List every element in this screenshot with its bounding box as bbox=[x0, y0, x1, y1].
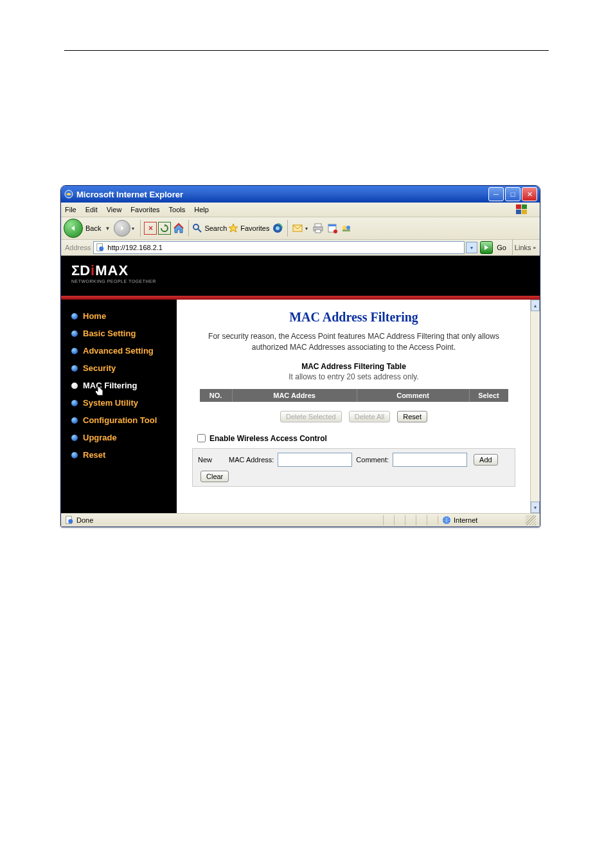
limit-note: It allows to entry 20 sets address only. bbox=[192, 372, 515, 381]
enable-label: Enable Wireless Access Control bbox=[209, 434, 327, 443]
forward-button[interactable] bbox=[114, 220, 130, 237]
address-dropdown[interactable]: ▾ bbox=[466, 242, 477, 253]
new-entry-row: New MAC Address: Comment: Add Clear bbox=[192, 448, 515, 487]
links-chevron-icon[interactable]: » bbox=[533, 245, 536, 251]
mac-address-input[interactable] bbox=[278, 453, 352, 467]
svg-rect-10 bbox=[315, 224, 321, 227]
delete-all-button[interactable]: Delete All bbox=[349, 411, 390, 422]
bullet-icon bbox=[71, 452, 78, 458]
statusbar: Done Internet bbox=[61, 513, 540, 527]
svg-point-20 bbox=[100, 246, 104, 251]
svg-rect-4 bbox=[522, 210, 527, 214]
sidebar-item-advanced-setting[interactable]: Advanced Setting bbox=[61, 342, 177, 359]
internet-zone-icon bbox=[442, 516, 451, 525]
bullet-icon bbox=[71, 313, 78, 320]
menu-favorites[interactable]: Favorites bbox=[130, 206, 159, 213]
sidebar-item-system-utility[interactable]: System Utility bbox=[61, 394, 177, 411]
print-button[interactable] bbox=[312, 222, 324, 235]
sidebar-item-security[interactable]: Security bbox=[61, 359, 177, 377]
page-description: For security reason, the Access Point fe… bbox=[192, 331, 515, 353]
table-buttons: Delete Selected Delete All Reset bbox=[192, 411, 515, 422]
go-button[interactable] bbox=[480, 241, 493, 254]
forward-dropdown[interactable]: ▾ bbox=[132, 226, 134, 231]
menu-help[interactable]: Help bbox=[194, 206, 209, 213]
browser-window: Microsoft Internet Explorer ─ □ ✕ File E… bbox=[60, 185, 540, 527]
main-pane: MAC Address Filtering For security reaso… bbox=[177, 300, 531, 513]
address-url: http://192.168.2.1 bbox=[107, 244, 462, 251]
svg-rect-18 bbox=[342, 230, 350, 231]
address-label: Address bbox=[65, 244, 91, 251]
back-button[interactable] bbox=[64, 219, 83, 238]
col-select: Select bbox=[470, 389, 508, 402]
titlebar: Microsoft Internet Explorer ─ □ ✕ bbox=[61, 186, 540, 203]
mail-button[interactable] bbox=[291, 222, 304, 235]
edit-button[interactable] bbox=[326, 222, 339, 235]
windows-flag-icon bbox=[515, 204, 528, 215]
clear-button[interactable]: Clear bbox=[200, 471, 229, 482]
done-icon bbox=[65, 516, 74, 525]
links-label[interactable]: Links bbox=[515, 244, 531, 251]
sidebar-item-mac-filtering[interactable]: MAC Filtering bbox=[61, 377, 177, 394]
new-label: New bbox=[198, 456, 212, 464]
mail-dropdown[interactable]: ▾ bbox=[305, 226, 308, 231]
delete-selected-button[interactable]: Delete Selected bbox=[280, 411, 342, 422]
comment-label: Comment: bbox=[356, 456, 389, 464]
page-icon bbox=[96, 243, 105, 252]
minimize-button[interactable]: ─ bbox=[488, 187, 504, 201]
svg-point-16 bbox=[342, 226, 346, 230]
table-title: MAC Address Filtering Table bbox=[192, 362, 515, 371]
comment-input[interactable] bbox=[393, 453, 467, 467]
col-mac-address: MAC Addres bbox=[233, 389, 357, 402]
menu-edit[interactable]: Edit bbox=[85, 206, 98, 213]
content-area: ΣDiMAX NETWORKING PEOPLE TOGETHER Home B… bbox=[61, 256, 540, 513]
maximize-button[interactable]: □ bbox=[505, 187, 520, 201]
svg-rect-12 bbox=[315, 230, 321, 233]
menu-view[interactable]: View bbox=[107, 206, 122, 213]
brand-logo: ΣDiMAX bbox=[61, 256, 540, 279]
media-button[interactable] bbox=[271, 222, 284, 235]
sidebar-item-reset[interactable]: Reset bbox=[61, 446, 177, 464]
sidebar-item-home[interactable]: Home bbox=[61, 307, 177, 325]
brand-bar: ΣDiMAX NETWORKING PEOPLE TOGETHER bbox=[61, 256, 540, 296]
status-zone: Internet bbox=[438, 516, 526, 525]
search-button[interactable]: Search bbox=[192, 223, 227, 233]
reset-button[interactable]: Reset bbox=[397, 411, 427, 422]
add-button[interactable]: Add bbox=[474, 454, 498, 466]
toolbar: Back ▼ ▾ × Search Favorites bbox=[61, 217, 540, 240]
sidebar-item-configuration-tool[interactable]: Configuration Tool bbox=[61, 411, 177, 429]
sidebar: Home Basic Setting Advanced Setting Secu… bbox=[61, 300, 177, 513]
mac-table: NO. MAC Addres Comment Select bbox=[200, 389, 508, 402]
svg-rect-2 bbox=[522, 204, 527, 209]
home-button[interactable] bbox=[172, 222, 185, 235]
page-heading: MAC Address Filtering bbox=[192, 310, 515, 325]
enable-control-row: Enable Wireless Access Control bbox=[197, 434, 515, 443]
vertical-scrollbar[interactable]: ▴ ▾ bbox=[530, 300, 540, 513]
window-title: Microsoft Internet Explorer bbox=[76, 190, 488, 199]
status-cells bbox=[383, 515, 438, 525]
menu-tools[interactable]: Tools bbox=[169, 206, 186, 213]
discuss-button[interactable] bbox=[340, 222, 353, 235]
enable-access-control-checkbox[interactable] bbox=[197, 434, 206, 442]
go-label: Go bbox=[497, 244, 506, 251]
addressbar: Address http://192.168.2.1 ▾ Go Links » bbox=[61, 240, 540, 256]
refresh-button[interactable] bbox=[158, 222, 171, 235]
scroll-up-button[interactable]: ▴ bbox=[531, 300, 540, 311]
sidebar-item-upgrade[interactable]: Upgrade bbox=[61, 429, 177, 446]
sidebar-item-basic-setting[interactable]: Basic Setting bbox=[61, 325, 177, 342]
bullet-icon bbox=[71, 383, 78, 389]
back-label[interactable]: Back bbox=[85, 224, 101, 232]
stop-button[interactable]: × bbox=[144, 222, 157, 235]
resize-grip[interactable] bbox=[526, 515, 536, 525]
menu-file[interactable]: File bbox=[65, 206, 76, 213]
close-button[interactable]: ✕ bbox=[522, 187, 537, 201]
back-dropdown[interactable]: ▼ bbox=[105, 226, 110, 231]
svg-point-8 bbox=[276, 226, 280, 230]
mac-address-label: MAC Address: bbox=[229, 456, 274, 464]
scroll-down-button[interactable]: ▾ bbox=[531, 502, 540, 513]
col-comment: Comment bbox=[357, 389, 470, 402]
bullet-icon bbox=[71, 417, 78, 424]
favorites-button[interactable]: Favorites bbox=[228, 223, 269, 233]
bullet-icon bbox=[71, 435, 78, 441]
address-field[interactable]: http://192.168.2.1 bbox=[93, 241, 465, 254]
svg-rect-3 bbox=[516, 210, 521, 214]
